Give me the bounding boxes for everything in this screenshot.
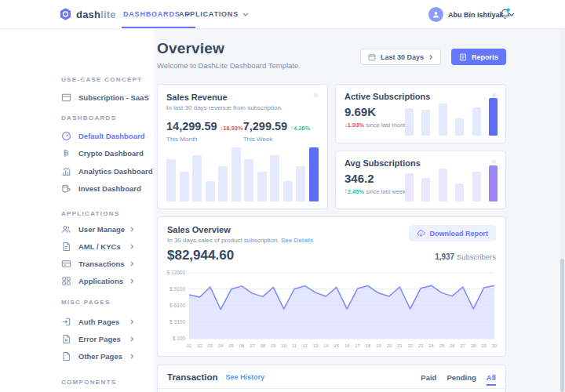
bar — [455, 183, 464, 201]
svg-text:03: 03 — [208, 343, 213, 348]
svg-text:06: 06 — [239, 343, 244, 348]
settings-gear-icon[interactable] — [312, 92, 319, 99]
avg-subscriptions-change: ↑2.45% since last week — [344, 188, 406, 195]
tab-paid[interactable]: Paid — [421, 373, 436, 386]
sales-revenue-bar-chart — [166, 141, 319, 201]
see-details-link[interactable]: See Details — [281, 237, 313, 244]
sidebar-item-error-pages[interactable]: Error Pages — [61, 331, 135, 347]
signin-icon — [61, 317, 71, 327]
sidebar-item-invest-dashboard[interactable]: Invest Dashboard — [61, 180, 135, 196]
sidebar-item-applications[interactable]: Applications — [61, 273, 135, 289]
sidebar-item-crypto-dashboard[interactable]: Crypto Dashboard — [61, 145, 135, 161]
nav-applications[interactable]: APPLICATIONS — [179, 0, 249, 28]
bar — [218, 166, 228, 201]
svg-text:21: 21 — [397, 343, 402, 348]
active-subscriptions-card: Active Subscriptions 9.69K ↓1.93% since … — [335, 84, 506, 143]
chevron-right-icon — [428, 54, 433, 60]
bar — [231, 147, 241, 201]
bitcoin-icon — [61, 148, 71, 158]
svg-text:10: 10 — [281, 343, 286, 348]
chevron-right-icon — [129, 354, 135, 359]
svg-text:25: 25 — [439, 343, 444, 348]
bar — [439, 169, 447, 201]
svg-text:08: 08 — [261, 343, 265, 348]
scrollbar-track[interactable] — [560, 29, 565, 392]
sidebar-item-subscription-saas[interactable]: Subscription - SaaS — [61, 89, 135, 105]
sales-overview-total: $82,944.60 — [167, 248, 234, 263]
see-history-link[interactable]: See History — [226, 373, 265, 381]
sidebar-item-aml-kycs[interactable]: AML / KYCs — [61, 238, 135, 254]
active-subscriptions-value: 9.69K — [344, 105, 376, 118]
grid-icon — [61, 276, 71, 286]
sidebar-heading-use-case: USE-CASE CONCEPT — [61, 76, 142, 83]
svg-text:09: 09 — [271, 343, 275, 348]
sidebar-item-default-dashboard[interactable]: Default Dashboard — [61, 128, 135, 143]
calendar-icon — [368, 53, 376, 61]
svg-text:04: 04 — [218, 343, 224, 348]
bar — [421, 178, 430, 201]
sidebar-item-user-manage[interactable]: User Manage — [61, 221, 135, 237]
active-subscriptions-change: ↓1.93% since last month — [344, 122, 408, 129]
main-content: Overview Welcome to DashLite Dashboard T… — [157, 29, 506, 392]
bar — [192, 155, 202, 201]
period-button[interactable]: Last 30 Days — [360, 49, 441, 65]
user-name: Abu Bin Ishtiyak — [448, 11, 504, 19]
svg-text:16: 16 — [344, 343, 349, 348]
svg-text:$ 12000: $ 12000 — [167, 270, 186, 275]
svg-text:$ 100: $ 100 — [173, 336, 186, 341]
brand-text: dashlite — [76, 9, 116, 20]
sidebar-item-analytics-dashboard[interactable]: Analytics Dashboard — [61, 163, 135, 179]
sidebar: USE-CASE CONCEPT Subscription - SaaS DAS… — [0, 29, 154, 392]
svg-text:17: 17 — [355, 343, 359, 348]
tab-all[interactable]: All — [487, 373, 496, 386]
transaction-card: Transaction See History Paid Pending All… — [157, 365, 506, 392]
avg-subscriptions-card: Avg Subscriptions 346.2 ↑2.45% since las… — [335, 151, 506, 209]
sidebar-item-ui-elements[interactable]: Ui Elements — [61, 389, 135, 392]
sidebar-item-auth-pages[interactable]: Auth Pages — [61, 314, 135, 329]
bar — [405, 173, 414, 201]
brand-logo[interactable]: dashlite — [59, 7, 116, 21]
tab-pending[interactable]: Pending — [447, 373, 476, 386]
template-icon — [61, 93, 71, 103]
scrollbar-thumb[interactable] — [560, 259, 564, 392]
notifications-bell-icon[interactable] — [499, 8, 511, 20]
files-icon — [61, 351, 71, 361]
file-x-icon — [61, 334, 71, 344]
top-bar: dashlite DASHBOARDS APPLICATIONS Abu Bin… — [0, 0, 565, 29]
subscribers-count: 1,937 Subscribers — [435, 252, 496, 261]
bar — [283, 181, 293, 201]
svg-text:26: 26 — [450, 343, 454, 348]
bar — [270, 155, 279, 201]
svg-text:15: 15 — [334, 343, 339, 348]
transaction-tabs: Paid Pending All — [421, 373, 496, 386]
bar — [439, 103, 447, 136]
sidebar-item-transactions[interactable]: Transactions — [61, 256, 135, 271]
download-report-button[interactable]: Download Report — [409, 225, 497, 241]
sidebar-heading-components: COMPONENTS — [61, 379, 116, 386]
area-chart-svg: $ 12000$ 9100$ 6100$ 3100$ 1000102030405… — [162, 270, 498, 349]
avg-subscriptions-bar-chart — [405, 164, 498, 201]
chevron-right-icon — [129, 261, 135, 267]
users-icon — [61, 224, 71, 234]
app: dashlite DASHBOARDS APPLICATIONS Abu Bin… — [0, 0, 565, 392]
bar — [405, 108, 414, 136]
chevron-down-icon — [242, 13, 249, 16]
svg-text:28: 28 — [471, 343, 476, 348]
reports-button[interactable]: Reports — [451, 49, 506, 65]
download-cloud-icon — [417, 230, 425, 238]
trend-down-indicator: ↓16.93% — [221, 125, 243, 132]
dashlite-logo-icon — [59, 7, 72, 21]
sidebar-item-other-pages[interactable]: Other Pages — [61, 348, 135, 364]
card-subtitle: In last 30 days revenue from subscriptio… — [166, 104, 319, 111]
sales-overview-card: Sales Overview In 30 days sales of produ… — [157, 216, 506, 357]
svg-text:29: 29 — [481, 343, 486, 348]
svg-text:$ 3100: $ 3100 — [170, 319, 185, 325]
bar — [472, 172, 481, 201]
sales-revenue-card: Sales Revenue In last 30 days revenue fr… — [157, 84, 328, 209]
bar — [257, 172, 267, 201]
bar — [489, 98, 498, 136]
invest-icon — [61, 183, 71, 194]
active-subscriptions-bar-chart — [405, 96, 498, 136]
sidebar-heading-dashboards: DASHBOARDS — [61, 114, 116, 122]
stat-this-week: 7,299.59 ↑4.26% This Week — [243, 120, 319, 143]
